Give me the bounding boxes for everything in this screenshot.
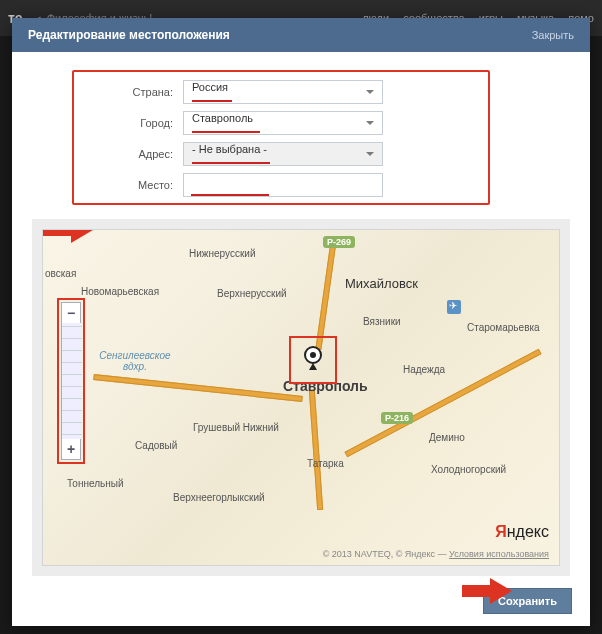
modal-footer: Сохранить: [12, 576, 590, 626]
ml-tatarka: Татарка: [307, 458, 344, 469]
ml-verkhneegorlyksky: Верхнеегорлыкский: [173, 492, 265, 503]
ml-tonnelny: Тоннельный: [67, 478, 124, 489]
form-highlight-frame: Страна: Россия Город: Ставрополь: [72, 70, 490, 205]
map-pin-icon[interactable]: [299, 344, 327, 372]
zoom-slider[interactable]: [62, 323, 82, 439]
ml-ovskaya: овская: [45, 268, 76, 279]
zoom-highlight-frame: − +: [57, 298, 85, 464]
location-edit-modal: Редактирование местоположения Закрыть Ст…: [12, 18, 590, 626]
terms-link[interactable]: Условия использования: [449, 549, 549, 559]
label-city: Город:: [78, 117, 183, 129]
ml-grushevy: Грушевый Нижний: [193, 422, 279, 433]
select-address-value: - Не выбрана -: [192, 143, 267, 155]
select-country[interactable]: Россия: [183, 80, 383, 104]
zoom-out-button[interactable]: −: [62, 303, 80, 323]
road-badge-r269: Р-269: [323, 236, 355, 248]
map[interactable]: Р-269 Р-216 овская Нижнерусский Верхнеру…: [42, 229, 560, 566]
yandex-logo: Яндекс: [495, 523, 549, 541]
row-place: Место:: [78, 173, 484, 197]
row-address: Адрес: - Не выбрана -: [78, 142, 484, 166]
map-attribution: © 2013 NAVTEQ, © Яндекс — Условия исполь…: [323, 549, 549, 559]
attr-text: © 2013 NAVTEQ, © Яндекс —: [323, 549, 449, 559]
select-city[interactable]: Ставрополь: [183, 111, 383, 135]
row-country: Страна: Россия: [78, 80, 484, 104]
svg-point-1: [310, 352, 316, 358]
ml-demino: Демино: [429, 432, 465, 443]
zoom-control: − +: [61, 302, 81, 460]
zoom-in-button[interactable]: +: [62, 439, 80, 459]
modal-header: Редактирование местоположения Закрыть: [12, 18, 590, 52]
ml-staromaryevka: Старомарьевка: [467, 322, 540, 333]
ml-nadezhda: Надежда: [403, 364, 445, 375]
ml-nizhnerussky: Нижнерусский: [189, 248, 255, 259]
ml-kholodnogorsky: Холодногорский: [431, 464, 506, 475]
select-city-value: Ставрополь: [192, 112, 253, 124]
map-container: Р-269 Р-216 овская Нижнерусский Верхнеру…: [32, 219, 570, 576]
modal-title: Редактирование местоположения: [28, 28, 230, 42]
yandex-y: Я: [495, 523, 507, 540]
row-city: Город: Ставрополь: [78, 111, 484, 135]
label-address: Адрес:: [78, 148, 183, 160]
ml-sengileevskoe: Сенгилеевское вдхр.: [95, 350, 175, 372]
road-badge-r216: Р-216: [381, 412, 413, 424]
ml-novomaryevskaya: Новомарьевская: [81, 286, 159, 297]
ml-vyazniki: Вязники: [363, 316, 401, 327]
label-place: Место:: [78, 179, 183, 191]
label-country: Страна:: [78, 86, 183, 98]
ml-sadovy: Садовый: [135, 440, 177, 451]
modal-body: Страна: Россия Город: Ставрополь: [12, 52, 590, 576]
select-country-value: Россия: [192, 81, 228, 93]
ml-mikhaylovsk: Михайловск: [345, 276, 418, 291]
close-button[interactable]: Закрыть: [532, 29, 574, 41]
ml-verkhnerussky: Верхнерусский: [217, 288, 287, 299]
select-address[interactable]: - Не выбрана -: [183, 142, 383, 166]
airport-icon: [447, 300, 461, 314]
yandex-text: ндекс: [507, 523, 549, 540]
